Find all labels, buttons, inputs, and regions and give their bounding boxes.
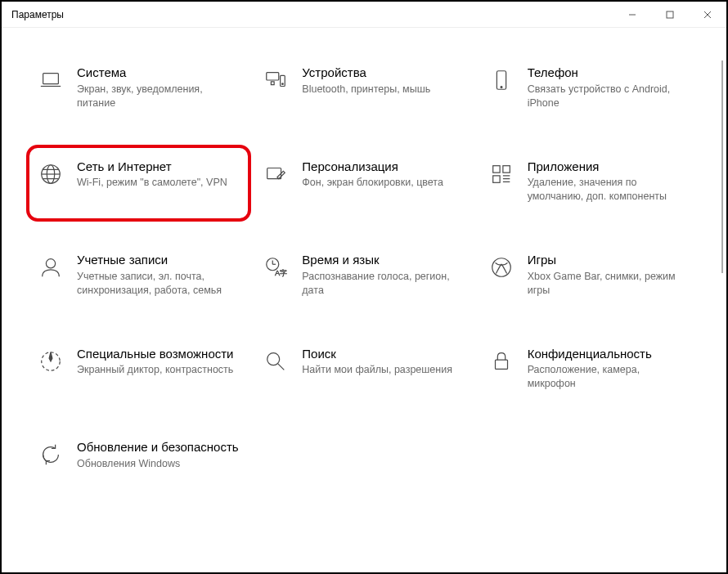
tile-label: Приложения xyxy=(528,159,690,175)
tile-accounts[interactable]: Учетные записи Учетные записи, эл. почта… xyxy=(34,248,243,303)
svg-rect-4 xyxy=(43,74,59,84)
phone-icon xyxy=(488,67,515,93)
titlebar: Параметры xyxy=(2,2,726,28)
close-icon xyxy=(703,11,712,19)
tile-personalize[interactable]: Персонализация Фон, экран блокировки, цв… xyxy=(259,155,468,209)
tile-desc: Расположение, камера, микрофон xyxy=(528,363,690,391)
globe-icon xyxy=(38,161,64,187)
svg-point-11 xyxy=(501,87,502,88)
svg-rect-1 xyxy=(667,11,673,18)
lock-icon xyxy=(488,348,515,374)
tile-label: Система xyxy=(77,65,240,81)
accessibility-icon xyxy=(38,348,64,374)
svg-rect-33 xyxy=(495,360,507,369)
scrollbar[interactable] xyxy=(721,61,723,273)
svg-rect-20 xyxy=(492,175,499,182)
tile-desc: Wi-Fi, режим "в самолете", VPN xyxy=(77,176,240,190)
update-icon xyxy=(38,442,64,468)
svg-point-31 xyxy=(267,352,280,365)
tile-label: Сеть и Интернет xyxy=(77,159,240,175)
tile-devices[interactable]: Устройства Bluetooth, принтеры, мышь xyxy=(259,61,468,115)
tile-label: Специальные возможности xyxy=(77,347,240,362)
svg-point-9 xyxy=(282,83,284,85)
svg-text:A字: A字 xyxy=(275,269,287,277)
xbox-icon xyxy=(488,254,515,280)
svg-rect-18 xyxy=(492,165,499,172)
tile-desc: Xbox Game Bar, снимки, режим игры xyxy=(528,270,690,298)
svg-point-24 xyxy=(46,259,55,268)
svg-rect-17 xyxy=(267,168,281,178)
tile-label: Обновление и безопасность xyxy=(77,440,240,455)
devices-icon xyxy=(263,67,289,93)
svg-rect-19 xyxy=(503,165,510,172)
tile-privacy[interactable]: Конфиденциальность Расположение, камера,… xyxy=(485,342,694,397)
svg-point-29 xyxy=(492,258,510,277)
search-icon xyxy=(263,348,289,374)
tile-update[interactable]: Обновление и безопасность Обновления Win… xyxy=(34,435,243,476)
tile-search[interactable]: Поиск Найти мои файлы, разрешения xyxy=(259,342,468,397)
window-title: Параметры xyxy=(11,9,613,20)
tile-desc: Экранный диктор, контрастность xyxy=(77,363,240,377)
tile-phone[interactable]: Телефон Связать устройство с Android, iP… xyxy=(485,61,694,115)
tile-label: Игры xyxy=(528,253,690,268)
tile-label: Конфиденциальность xyxy=(528,347,690,362)
tile-label: Персонализация xyxy=(302,159,465,175)
tile-desc: Bluetooth, принтеры, мышь xyxy=(302,83,465,96)
person-icon xyxy=(38,254,64,280)
paintbrush-icon xyxy=(263,161,289,187)
tile-desc: Учетные записи, эл. почта, синхронизация… xyxy=(77,270,240,298)
maximize-button[interactable] xyxy=(651,2,689,28)
window-controls xyxy=(613,2,726,28)
tile-desc: Фон, экран блокировки, цвета xyxy=(302,176,465,190)
content-area: Система Экран, звук, уведомления, питани… xyxy=(2,28,726,572)
tile-time[interactable]: A字 Время и язык Распознавание голоса, ре… xyxy=(259,248,468,303)
apps-icon xyxy=(488,161,515,187)
tile-apps[interactable]: Приложения Удаление, значения по умолчан… xyxy=(485,155,694,209)
tile-desc: Найти мои файлы, разрешения xyxy=(302,363,465,377)
tile-desc: Обновления Windows xyxy=(77,457,240,471)
tile-label: Устройства xyxy=(302,65,465,81)
tile-desc: Распознавание голоса, регион, дата xyxy=(302,270,465,298)
tile-network[interactable]: Сеть и Интернет Wi-Fi, режим "в самолете… xyxy=(26,145,251,222)
svg-rect-7 xyxy=(272,82,275,85)
close-button[interactable] xyxy=(689,2,726,28)
tile-gaming[interactable]: Игры Xbox Game Bar, снимки, режим игры xyxy=(485,248,694,303)
tile-desc: Удаление, значения по умолчанию, доп. ко… xyxy=(528,176,690,204)
laptop-icon xyxy=(38,67,64,93)
minimize-icon xyxy=(628,11,636,19)
tile-label: Время и язык xyxy=(302,253,465,268)
clock-lang-icon: A字 xyxy=(263,254,289,280)
minimize-button[interactable] xyxy=(613,2,651,28)
tile-label: Телефон xyxy=(528,65,690,81)
svg-rect-6 xyxy=(267,73,279,80)
settings-grid: Система Экран, звук, уведомления, питани… xyxy=(34,61,694,476)
maximize-icon xyxy=(666,11,674,19)
tile-ease[interactable]: Специальные возможности Экранный диктор,… xyxy=(34,342,243,397)
tile-desc: Связать устройство с Android, iPhone xyxy=(528,83,690,110)
tile-label: Учетные записи xyxy=(77,253,240,268)
tile-desc: Экран, звук, уведомления, питание xyxy=(77,83,240,110)
tile-system[interactable]: Система Экран, звук, уведомления, питани… xyxy=(34,61,243,115)
tile-label: Поиск xyxy=(302,347,465,362)
svg-line-32 xyxy=(278,363,285,370)
